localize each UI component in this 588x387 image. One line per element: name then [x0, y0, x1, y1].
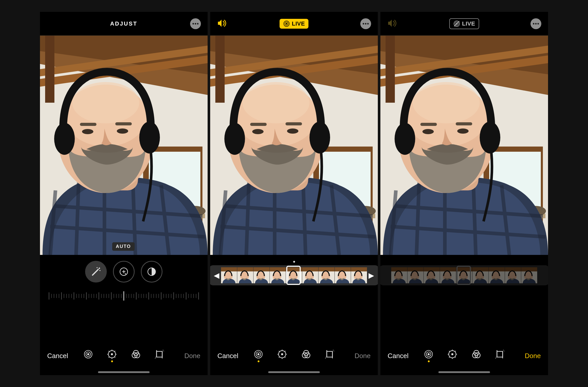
sound-toggle[interactable] — [387, 18, 397, 29]
bottom-toolbar: Cancel Done — [380, 344, 548, 367]
tab-live[interactable] — [424, 350, 433, 362]
done-button[interactable]: Done — [175, 352, 200, 360]
tab-adjust[interactable] — [448, 350, 457, 362]
top-bar: LIVE — [380, 12, 548, 36]
live-toggle[interactable]: LIVE — [449, 18, 479, 29]
more-button[interactable] — [530, 18, 541, 29]
crop-icon — [495, 350, 504, 359]
ellipsis-icon — [192, 23, 199, 25]
screen-adjust: ADJUST AUTO — [40, 12, 208, 375]
adjust-icon — [448, 350, 457, 359]
filmstrip-frame[interactable] — [270, 267, 286, 283]
portrait-image — [210, 36, 378, 255]
filmstrip-frame[interactable] — [237, 267, 253, 283]
filmstrip-frame — [424, 267, 440, 283]
live-label: LIVE — [292, 20, 305, 27]
home-indicator[interactable] — [268, 371, 320, 373]
screen-live-on: LIVE ◀ ▶ Cancel — [210, 12, 378, 375]
home-indicator[interactable] — [98, 371, 150, 373]
portrait-image — [380, 36, 548, 255]
ruler-ticks — [46, 291, 201, 302]
photo-preview[interactable] — [380, 36, 548, 255]
live-icon — [84, 350, 93, 359]
exposure-icon — [119, 267, 129, 277]
filmstrip-frame[interactable] — [335, 267, 351, 283]
done-button[interactable]: Done — [515, 352, 541, 360]
tab-filters[interactable] — [301, 350, 311, 362]
key-frame-strip[interactable]: ◀ ▶ — [210, 265, 378, 285]
filters-icon — [131, 350, 140, 359]
cancel-button[interactable]: Cancel — [388, 352, 413, 360]
live-label: LIVE — [462, 20, 475, 27]
tab-live[interactable] — [84, 350, 93, 362]
tab-filters[interactable] — [471, 350, 481, 362]
filmstrip-frame — [440, 267, 456, 283]
speaker-icon — [387, 18, 397, 28]
live-icon — [254, 350, 263, 359]
contrast-button[interactable] — [141, 261, 162, 283]
wand-icon — [91, 267, 101, 277]
filmstrip-frame[interactable] — [319, 267, 334, 283]
filmstrip-frame — [489, 267, 505, 283]
crop-icon — [155, 350, 164, 359]
ellipsis-icon — [362, 23, 369, 25]
filmstrip-frame — [407, 267, 423, 283]
photo-preview[interactable] — [210, 36, 378, 255]
home-indicator[interactable] — [438, 371, 490, 373]
tab-crop[interactable] — [495, 350, 504, 362]
more-button[interactable] — [190, 18, 201, 29]
photo-preview[interactable]: AUTO — [40, 36, 208, 255]
live-icon — [424, 350, 433, 359]
filmstrip-frame[interactable] — [351, 267, 367, 283]
bottom-toolbar: Cancel Done — [210, 344, 378, 367]
mode-title: ADJUST — [110, 20, 137, 27]
screen-live-off: LIVE ◀ ▶ Cancel — [380, 12, 548, 375]
frames[interactable] — [221, 267, 367, 283]
crop-icon — [325, 350, 334, 359]
adjust-icon — [107, 350, 117, 359]
filmstrip-frame — [472, 267, 488, 283]
filmstrip-frame — [505, 267, 521, 283]
top-bar: LIVE — [210, 12, 378, 36]
tab-crop[interactable] — [155, 350, 164, 362]
filmstrip-frame — [456, 267, 472, 283]
filters-icon — [471, 350, 481, 359]
filters-icon — [301, 350, 311, 359]
tab-live[interactable] — [254, 350, 263, 362]
live-toggle[interactable]: LIVE — [280, 19, 309, 29]
frames — [391, 267, 537, 283]
page-dot — [210, 255, 378, 263]
tab-adjust[interactable] — [277, 350, 287, 362]
auto-enhance-button[interactable] — [85, 261, 107, 283]
exposure-button[interactable] — [113, 261, 135, 283]
top-bar: ADJUST — [40, 12, 208, 36]
filmstrip-frame[interactable] — [254, 267, 270, 283]
adjust-icon — [277, 350, 287, 359]
live-off-icon — [453, 20, 460, 27]
ellipsis-icon — [533, 23, 539, 25]
done-button[interactable]: Done — [345, 352, 371, 360]
tab-crop[interactable] — [325, 350, 334, 362]
live-icon — [283, 20, 290, 27]
adjust-slider[interactable] — [40, 290, 208, 303]
speaker-icon — [217, 18, 227, 28]
sound-toggle[interactable] — [217, 18, 227, 29]
contrast-icon — [147, 267, 157, 277]
filmstrip-frame[interactable] — [221, 267, 237, 283]
tab-filters[interactable] — [131, 350, 140, 362]
chevron-left-icon[interactable]: ◀ — [213, 271, 221, 280]
cancel-button[interactable]: Cancel — [47, 352, 73, 360]
adjust-tools-row — [40, 255, 208, 288]
chevron-right-icon[interactable]: ▶ — [368, 271, 375, 280]
bottom-toolbar: Cancel Done — [40, 344, 208, 367]
filmstrip-frame[interactable] — [302, 267, 318, 283]
more-button[interactable] — [360, 18, 371, 29]
key-frame-strip: ◀ ▶ — [380, 265, 548, 285]
filmstrip-frame — [391, 267, 407, 283]
tab-adjust[interactable] — [107, 350, 117, 362]
portrait-image — [40, 36, 208, 255]
auto-label: AUTO — [112, 242, 135, 251]
filmstrip-frame[interactable] — [286, 267, 302, 283]
cancel-button[interactable]: Cancel — [217, 352, 243, 360]
filmstrip-frame — [521, 267, 537, 283]
